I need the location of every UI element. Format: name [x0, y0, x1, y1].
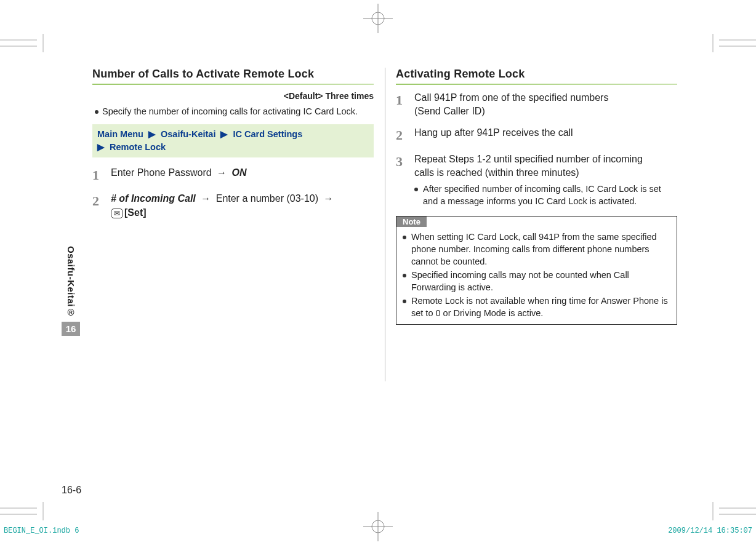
intro-bullet: Specify the number of incoming calls for…	[95, 106, 374, 118]
r-step1-line1: Call 941P from one of the specified numb…	[414, 92, 608, 103]
right-step-3: 3 Repeat Steps 1-2 until specified numbe…	[396, 153, 677, 180]
nav-seg-2: Osaifu-Keitai	[161, 129, 215, 139]
step-number: 2	[92, 192, 102, 220]
note-box: Note When setting IC Card Lock, call 941…	[396, 216, 677, 325]
note-text: Specified incoming calls may not be coun…	[411, 269, 670, 293]
right-column: Activating Remote Lock 1 Call 941P from …	[385, 68, 677, 474]
step2-mid: Enter a number (03-10)	[216, 193, 318, 204]
footer-left: BEGIN_E_OI.indb 6	[4, 527, 79, 535]
r-step1-line2: (Send Caller ID)	[414, 106, 485, 116]
right-step-1: 1 Call 941P from one of the specified nu…	[396, 91, 677, 119]
bullet-icon	[95, 110, 99, 114]
step-number: 3	[396, 153, 406, 180]
step1-pre: Enter Phone Password	[111, 167, 212, 178]
menu-path-bar: Main Menu ▶ Osaifu-Keitai ▶ IC Card Sett…	[92, 124, 374, 157]
note-item: When setting IC Card Lock, call 941P fro…	[403, 231, 670, 268]
bullet-icon	[414, 188, 418, 191]
side-chapter-tab: Osaifu-Keitai® 16	[62, 246, 80, 336]
step-body: Repeat Steps 1-2 until specified number …	[414, 153, 677, 180]
note-item: Specified incoming calls may not be coun…	[403, 269, 670, 293]
step-number: 1	[396, 91, 406, 119]
page-number: 16-6	[62, 485, 81, 496]
nav-seg-4: Remote Lock	[110, 142, 166, 152]
step-body: Enter Phone Password → ON	[111, 166, 374, 185]
right-heading: Activating Remote Lock	[396, 68, 677, 81]
step2-set: [Set]	[124, 207, 147, 218]
r-step3-line2: calls is reached (within three minutes)	[414, 167, 579, 178]
step2-option: # of Incoming Call	[111, 193, 196, 204]
page-content: Number of Calls to Activate Remote Lock …	[92, 68, 677, 474]
left-heading: Number of Calls to Activate Remote Lock	[92, 68, 374, 81]
bullet-icon	[403, 274, 406, 277]
heading-underline	[396, 84, 677, 85]
step-number: 1	[92, 166, 102, 185]
nav-seg-3: IC Card Settings	[233, 129, 302, 139]
bullet-icon	[403, 300, 406, 303]
left-step-2: 2 # of Incoming Call → Enter a number (0…	[92, 192, 374, 220]
side-chapter-number: 16	[62, 322, 80, 336]
side-chapter-label: Osaifu-Keitai®	[66, 246, 76, 318]
step-number: 2	[396, 126, 406, 145]
r-step3-line1: Repeat Steps 1-2 until specified number …	[414, 154, 643, 164]
step-body: Call 941P from one of the specified numb…	[414, 91, 677, 119]
arrow-icon: →	[201, 193, 211, 204]
column-divider	[385, 68, 385, 381]
note-item: Remote Lock is not available when ring t…	[403, 295, 670, 319]
note-text: Remote Lock is not available when ring t…	[411, 295, 670, 319]
left-step-1: 1 Enter Phone Password → ON	[92, 166, 374, 185]
nav-seg-1: Main Menu	[97, 129, 143, 139]
step1-on: ON	[232, 167, 247, 178]
intro-bullet-text: Specify the number of incoming calls for…	[102, 106, 358, 118]
sub-bullet-text: After specified number of incoming calls…	[423, 183, 677, 207]
nav-sep-icon: ▶	[220, 129, 228, 139]
step-body: Hang up after 941P receives the call	[414, 126, 677, 145]
nav-sep-icon: ▶	[97, 142, 105, 152]
sub-bullet: After specified number of incoming calls…	[414, 183, 677, 207]
nav-sep-icon: ▶	[148, 129, 156, 139]
right-step-2: 2 Hang up after 941P receives the call	[396, 126, 677, 145]
arrow-icon: →	[323, 193, 333, 204]
note-text: When setting IC Card Lock, call 941P fro…	[411, 231, 670, 268]
heading-underline	[92, 84, 374, 85]
step-body: # of Incoming Call → Enter a number (03-…	[111, 192, 374, 220]
footer-right: 2009/12/14 16:35:07	[668, 527, 752, 535]
bullet-icon	[403, 236, 406, 239]
mail-key-icon: ✉	[111, 209, 123, 218]
left-column: Number of Calls to Activate Remote Lock …	[92, 68, 385, 474]
arrow-icon: →	[217, 167, 227, 178]
note-label: Note	[396, 217, 427, 227]
default-value-line: <Default> Three times	[92, 91, 374, 101]
